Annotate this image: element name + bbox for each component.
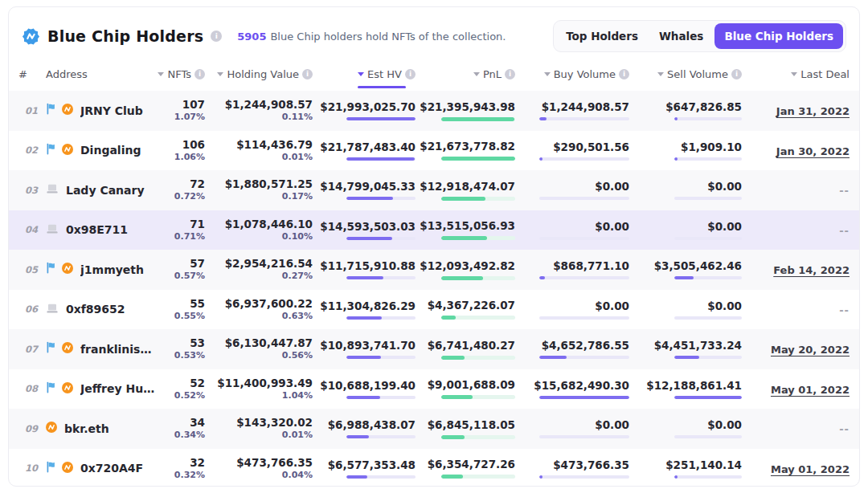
nfts-cell: 320.32% [158, 456, 205, 481]
address-name[interactable]: j1mmyeth [80, 263, 144, 276]
info-icon[interactable]: i [505, 69, 515, 79]
sell-value: $0.00 [707, 418, 742, 431]
est-cell: $14,593,503.03 [313, 220, 416, 240]
sell-cell: $0.00 [629, 418, 742, 438]
address-name[interactable]: franklinisb… [80, 343, 158, 356]
rank-cell: 04 [18, 224, 46, 235]
pnl-cell: $6,845,118.05 [416, 418, 515, 439]
est-cell: $6,988,438.07 [313, 418, 416, 438]
nfts-percent: 1.07% [174, 112, 205, 123]
holding-value-percent: 0.11% [282, 112, 313, 123]
col-label: Buy Volume [554, 68, 616, 80]
sort-arrow-icon[interactable] [791, 72, 797, 76]
pnl-bar-track [441, 395, 515, 399]
nfts-value: 52 [190, 377, 205, 390]
table-row: 09bkr.eth340.34%$143,320.020.01%$6,988,4… [9, 409, 859, 449]
tab-whales[interactable]: Whales [649, 23, 713, 49]
sell-cell: $3,505,462.46 [629, 259, 742, 279]
tab-top-holders[interactable]: Top Holders [556, 23, 648, 49]
address-name[interactable]: 0x720A4F [80, 462, 143, 475]
sell-value: $647,826.85 [665, 100, 742, 113]
pnl-value: $4,367,226.07 [428, 299, 515, 312]
rank-cell: 05 [18, 264, 46, 275]
holding-value-percent: 0.01% [282, 430, 313, 441]
rank-cell: 02 [18, 145, 46, 156]
pnl-cell: $6,741,480.27 [416, 339, 515, 360]
last-deal-link[interactable]: May 01, 2022 [771, 384, 850, 396]
col-header-pnl[interactable]: PnLi [416, 68, 515, 80]
last-deal-link[interactable]: Jan 31, 2022 [776, 105, 850, 117]
last-deal-link[interactable]: May 20, 2022 [771, 344, 850, 356]
last-deal-link[interactable]: Feb 14, 2022 [773, 264, 850, 276]
tab-blue-chip-holders[interactable]: Blue Chip Holders [714, 23, 843, 49]
address-name[interactable]: Dingaling [80, 144, 141, 157]
info-icon[interactable]: i [405, 69, 416, 79]
table-row: 01JRNY Club1071.07%$1,244,908.570.11%$21… [9, 91, 859, 131]
info-icon[interactable]: i [619, 69, 629, 79]
info-icon[interactable]: i [302, 69, 313, 79]
sort-arrow-icon[interactable] [217, 72, 223, 76]
rank-cell: 01 [18, 105, 46, 116]
buy-value: $0.00 [595, 418, 629, 431]
est-bar-fill [346, 475, 367, 479]
active-sort-underline [358, 86, 406, 88]
nfts-value: 71 [190, 218, 205, 231]
sort-arrow-icon[interactable] [358, 72, 364, 76]
sort-arrow-icon[interactable] [473, 72, 480, 76]
est-bar-fill [346, 276, 383, 279]
col-header-est-hv[interactable]: Est HVi [313, 68, 416, 80]
buy-cell: $868,771.10 [515, 259, 629, 279]
table-row: 08Jeffrey Hu…520.52%$11,400,993.491.04%$… [9, 369, 859, 409]
col-label: Address [46, 68, 88, 80]
last-deal-link[interactable]: May 01, 2022 [771, 463, 850, 475]
address-name[interactable]: 0x98E711 [66, 223, 128, 236]
est-bar-track [346, 435, 416, 438]
laptop-icon [46, 222, 59, 238]
last-deal-cell: May 01, 2022 [742, 461, 850, 476]
sort-arrow-icon[interactable] [544, 72, 551, 76]
flag-icon [46, 381, 58, 397]
sort-arrow-icon[interactable] [657, 72, 664, 76]
info-icon[interactable]: i [194, 69, 205, 79]
address-name[interactable]: 0xf89652 [66, 303, 125, 316]
buy-bar-track [539, 276, 629, 279]
col-header-nfts[interactable]: NFTsi [158, 68, 205, 80]
address-name[interactable]: JRNY Club [80, 104, 143, 117]
sell-bar-fill [674, 475, 678, 479]
col-label: Holding Value [227, 68, 299, 80]
last-deal-empty: -- [839, 423, 850, 435]
address-name[interactable]: Lady Canary [66, 184, 145, 197]
est-cell: $6,577,353.48 [313, 458, 416, 479]
buy-cell: $0.00 [515, 299, 629, 320]
est-bar-track [346, 356, 416, 359]
buy-bar-fill [539, 157, 542, 161]
address-name[interactable]: bkr.eth [64, 422, 109, 435]
holding-value-cell: $2,954,216.540.27% [205, 257, 313, 282]
subtitle: 5905 Blue Chip holders hold NFTs of the … [237, 31, 506, 43]
sell-bar-fill [674, 276, 694, 279]
buy-bar-track [539, 237, 629, 240]
sell-bar-track [674, 435, 742, 438]
table-row: 03Lady Canary720.72%$1,880,571.250.17%$1… [9, 170, 859, 210]
last-deal-empty: -- [839, 185, 850, 197]
info-icon[interactable]: i [731, 69, 742, 79]
sort-arrow-icon[interactable] [158, 72, 164, 76]
last-deal-link[interactable]: Jan 30, 2022 [776, 145, 850, 157]
sell-cell: $1,909.10 [629, 141, 742, 161]
address-name[interactable]: Jeffrey Hu… [80, 382, 154, 395]
holding-value-percent: 0.17% [282, 191, 313, 202]
col-header-holding-value[interactable]: Holding Valuei [205, 68, 313, 80]
col-header-buy-volume[interactable]: Buy Volumei [515, 68, 629, 80]
col-header-last-deal[interactable]: Last Deal [742, 68, 850, 80]
col-header-sell-volume[interactable]: Sell Volumei [629, 68, 742, 80]
holding-value-value: $143,320.02 [236, 416, 313, 430]
holding-value-cell: $1,880,571.250.17% [205, 177, 313, 202]
sell-value: $3,505,462.46 [654, 259, 742, 272]
nfts-cell: 550.55% [158, 297, 205, 322]
holding-value-value: $1,880,571.25 [225, 177, 313, 191]
rank-cell: 07 [18, 344, 46, 355]
pnl-value: $13,515,056.93 [420, 219, 515, 232]
sell-value: $251,140.14 [665, 458, 742, 471]
title-info-icon[interactable]: i [211, 31, 222, 42]
est-cell: $21,993,025.70 [313, 100, 416, 120]
